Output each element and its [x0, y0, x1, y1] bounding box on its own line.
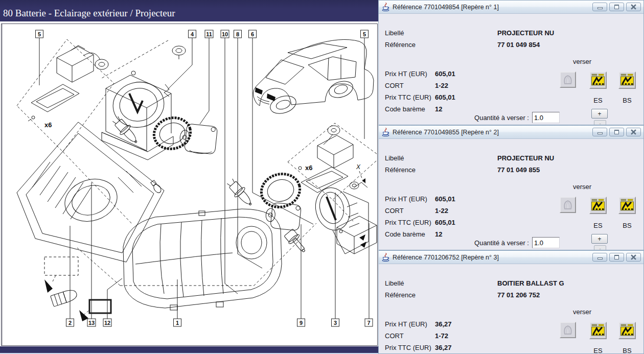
- increment-button[interactable]: +: [591, 234, 608, 244]
- window-content: Libellé PROJECTEUR NU Référence 77 01 04…: [379, 14, 643, 125]
- svg-text:X: X: [356, 163, 361, 171]
- reference-label: Référence: [385, 166, 416, 174]
- verser-label: verser: [567, 58, 597, 65]
- callout-4[interactable]: 4: [189, 30, 196, 38]
- prix-ht-label: Prix HT (EUR): [385, 195, 427, 203]
- bs-button[interactable]: [618, 72, 636, 89]
- diagram-canvas: x6: [1, 23, 378, 346]
- svg-text:5: 5: [38, 31, 41, 37]
- code-bareme-value: 12: [435, 105, 442, 113]
- es-button[interactable]: [589, 72, 607, 89]
- es-label: ES: [589, 347, 607, 354]
- svg-text:5: 5: [363, 31, 366, 37]
- window-content: Libellé BOITIER BALLAST G Référence 77 0…: [379, 264, 643, 353]
- fog-unit-and-ballast: [311, 182, 377, 254]
- cort-label: CORT: [385, 82, 404, 89]
- prix-ht-value: 36,27: [435, 320, 452, 328]
- page-title: 80 Batterie - Eclairage extérieur / Proj…: [3, 8, 175, 19]
- callout-11[interactable]: 11: [205, 30, 213, 38]
- transfer-disabled-icon: [560, 72, 576, 88]
- catalog-pane: 80 Batterie - Eclairage extérieur / Proj…: [0, 0, 378, 353]
- signal-bulb: [44, 257, 111, 321]
- increment-button[interactable]: +: [591, 109, 608, 119]
- svg-text:10: 10: [222, 31, 228, 37]
- callout-12[interactable]: 12: [103, 319, 111, 326]
- bs-label: BS: [618, 97, 636, 104]
- bs-label: BS: [618, 222, 636, 229]
- cort-value: 1-22: [435, 207, 448, 215]
- section-header: 80 Batterie - Eclairage extérieur / Proj…: [0, 0, 378, 21]
- svg-text:4: 4: [191, 31, 194, 37]
- window-title: Référence 7701206752 [Repère n° 3]: [393, 254, 590, 261]
- quantity-label: Quantité à verser :: [459, 114, 529, 122]
- quantity-input[interactable]: [532, 237, 560, 248]
- prix-ttc-label: Prix TTC (EUR): [385, 219, 431, 226]
- bs-button[interactable]: [618, 197, 636, 214]
- minimize-button[interactable]: [592, 253, 607, 262]
- decrement-button[interactable]: -: [594, 245, 606, 250]
- prix-ttc-label: Prix TTC (EUR): [385, 93, 431, 101]
- java-cup-icon: [381, 253, 390, 262]
- libelle-label: Libellé: [385, 29, 404, 37]
- window-titlebar[interactable]: Référence 7701049855 [Repère n° 2]: [379, 126, 643, 139]
- es-button[interactable]: [589, 322, 607, 339]
- restore-button[interactable]: [609, 128, 624, 136]
- reference-window-2: Référence 7701049855 [Repère n° 2] Libel…: [378, 125, 644, 250]
- close-button[interactable]: [626, 253, 641, 262]
- svg-text:8: 8: [236, 31, 239, 37]
- svg-text:12: 12: [104, 320, 110, 326]
- callout-6[interactable]: 6: [249, 30, 257, 38]
- decrement-button[interactable]: -: [594, 120, 606, 125]
- minimize-button[interactable]: [592, 128, 607, 136]
- callout-2[interactable]: 2: [66, 319, 74, 326]
- cort-value: 1-72: [435, 332, 448, 340]
- libelle-value: BOITIER BALLAST G: [497, 279, 564, 287]
- es-label: ES: [589, 222, 607, 229]
- es-button[interactable]: [589, 197, 607, 214]
- minimize-button[interactable]: [592, 3, 607, 11]
- callouts: 5 4 11 10 8 6 5 2 13 12 1 9 3 7: [36, 30, 373, 326]
- adjuster-motors: [178, 123, 301, 231]
- callout-1[interactable]: 1: [174, 319, 181, 326]
- svg-text:2: 2: [68, 320, 72, 326]
- window-titlebar[interactable]: Référence 7701049854 [Repère n° 1]: [379, 1, 643, 14]
- libelle-label: Libellé: [385, 154, 404, 162]
- reference-value: 77 01 049 855: [497, 166, 540, 174]
- construction-lines: [17, 39, 377, 315]
- code-bareme-value: 12: [435, 230, 442, 238]
- svg-text:x6: x6: [305, 164, 312, 172]
- svg-text:11: 11: [206, 31, 212, 37]
- cort-label: CORT: [385, 332, 404, 340]
- prix-ht-label: Prix HT (EUR): [385, 70, 427, 78]
- callout-9[interactable]: 9: [297, 319, 305, 326]
- prix-ttc-label: Prix TTC (EUR): [385, 344, 431, 351]
- restore-button[interactable]: [609, 253, 624, 262]
- reference-window-3: Référence 7701206752 [Repère n° 3] Libel…: [378, 250, 644, 354]
- svg-text:6: 6: [251, 31, 254, 37]
- restore-button[interactable]: [609, 3, 624, 11]
- retaining-rings: [150, 114, 304, 211]
- lamp-kit-left: x6: [28, 45, 108, 129]
- lamp-kit-right: x6 X: [298, 126, 365, 193]
- quantity-input[interactable]: [532, 112, 560, 123]
- window-content: Libellé PROJECTEUR NU Référence 77 01 04…: [379, 139, 643, 250]
- java-cup-icon: [381, 128, 390, 136]
- callout-13[interactable]: 13: [87, 319, 96, 326]
- code-bareme-label: Code barème: [385, 105, 425, 113]
- java-cup-icon: [381, 3, 390, 11]
- callout-10[interactable]: 10: [221, 30, 229, 38]
- window-title: Référence 7701049855 [Repère n° 2]: [393, 129, 590, 136]
- close-button[interactable]: [626, 3, 641, 11]
- callout-7[interactable]: 7: [365, 319, 373, 326]
- close-button[interactable]: [626, 128, 641, 136]
- callout-5-right[interactable]: 5: [361, 30, 369, 38]
- bs-button[interactable]: [618, 322, 636, 339]
- window-titlebar[interactable]: Référence 7701206752 [Repère n° 3]: [379, 251, 643, 264]
- headlight-left: [17, 122, 164, 262]
- callout-3[interactable]: 3: [332, 319, 339, 326]
- es-label: ES: [589, 97, 607, 104]
- callout-5-left[interactable]: 5: [36, 30, 43, 38]
- callout-8[interactable]: 8: [234, 30, 242, 38]
- svg-text:13: 13: [88, 320, 95, 326]
- prix-ttc-value: 605,01: [435, 219, 455, 226]
